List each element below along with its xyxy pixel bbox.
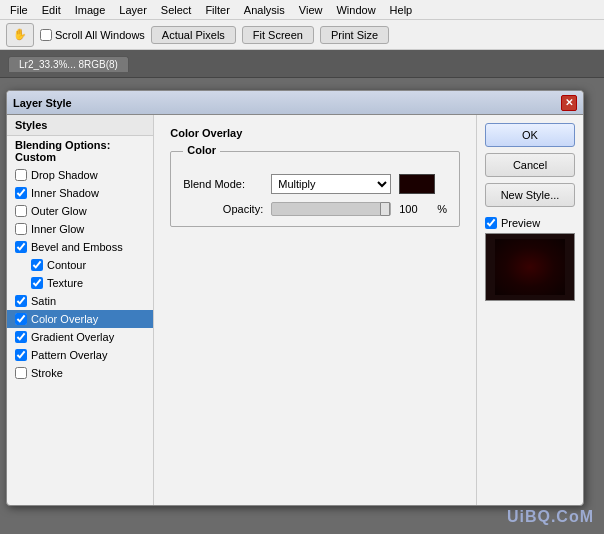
menu-window[interactable]: Window bbox=[330, 3, 381, 17]
inner-shadow-item[interactable]: Inner Shadow bbox=[7, 184, 153, 202]
blending-options-label: Blending Options: Custom bbox=[15, 139, 145, 163]
pattern-overlay-label: Pattern Overlay bbox=[31, 349, 107, 361]
stroke-item[interactable]: Stroke bbox=[7, 364, 153, 382]
cancel-button[interactable]: Cancel bbox=[485, 153, 575, 177]
color-group-title: Color bbox=[183, 144, 220, 156]
drop-shadow-label: Drop Shadow bbox=[31, 169, 98, 181]
close-button[interactable]: ✕ bbox=[561, 95, 577, 111]
opacity-label: Opacity: bbox=[183, 203, 263, 215]
ok-button[interactable]: OK bbox=[485, 123, 575, 147]
section-title: Color Overlay bbox=[170, 127, 460, 141]
contour-checkbox[interactable] bbox=[31, 259, 43, 271]
preview-checkbox[interactable] bbox=[485, 217, 497, 229]
preview-section: Preview bbox=[485, 217, 575, 301]
texture-item[interactable]: Texture bbox=[7, 274, 153, 292]
menu-filter[interactable]: Filter bbox=[199, 3, 235, 17]
pattern-overlay-item[interactable]: Pattern Overlay bbox=[7, 346, 153, 364]
inner-glow-label: Inner Glow bbox=[31, 223, 84, 235]
dialog-title: Layer Style bbox=[13, 97, 72, 109]
color-swatch[interactable] bbox=[399, 174, 435, 194]
main-area: Layer Style ✕ Styles Blending Options: C… bbox=[0, 78, 604, 534]
preview-label: Preview bbox=[501, 217, 540, 229]
opacity-row: Opacity: 100 % bbox=[183, 202, 447, 216]
satin-label: Satin bbox=[31, 295, 56, 307]
outer-glow-checkbox[interactable] bbox=[15, 205, 27, 217]
gradient-overlay-item[interactable]: Gradient Overlay bbox=[7, 328, 153, 346]
drop-shadow-item[interactable]: Drop Shadow bbox=[7, 166, 153, 184]
pattern-overlay-checkbox[interactable] bbox=[15, 349, 27, 361]
canvas-tab-label: Lr2_33.3%... 8RGB(8) bbox=[19, 59, 118, 70]
stroke-checkbox[interactable] bbox=[15, 367, 27, 379]
new-style-button[interactable]: New Style... bbox=[485, 183, 575, 207]
inner-shadow-label: Inner Shadow bbox=[31, 187, 99, 199]
blend-mode-select[interactable]: Normal Dissolve Darken Multiply Color Bu… bbox=[271, 174, 391, 194]
layer-style-dialog: Layer Style ✕ Styles Blending Options: C… bbox=[6, 90, 584, 506]
opacity-slider[interactable] bbox=[271, 202, 391, 216]
blend-mode-row: Blend Mode: Normal Dissolve Darken Multi… bbox=[183, 174, 447, 194]
outer-glow-item[interactable]: Outer Glow bbox=[7, 202, 153, 220]
preview-label-row: Preview bbox=[485, 217, 540, 229]
scroll-all-windows-label: Scroll All Windows bbox=[55, 29, 145, 41]
menu-file[interactable]: File bbox=[4, 3, 34, 17]
color-group: Color Blend Mode: Normal Dissolve Darken… bbox=[170, 151, 460, 227]
watermark: UiBQ.CoM bbox=[507, 508, 594, 526]
opacity-percent: % bbox=[437, 203, 447, 215]
menu-bar: File Edit Image Layer Select Filter Anal… bbox=[0, 0, 604, 20]
content-area: Color Overlay Color Blend Mode: Normal D… bbox=[154, 115, 476, 505]
hand-tool-button[interactable]: ✋ bbox=[6, 23, 34, 47]
inner-glow-item[interactable]: Inner Glow bbox=[7, 220, 153, 238]
blending-options-item[interactable]: Blending Options: Custom bbox=[7, 136, 153, 166]
bevel-emboss-checkbox[interactable] bbox=[15, 241, 27, 253]
menu-select[interactable]: Select bbox=[155, 3, 198, 17]
color-overlay-item[interactable]: Color Overlay bbox=[7, 310, 153, 328]
canvas-tab-bar: Lr2_33.3%... 8RGB(8) bbox=[0, 50, 604, 78]
hand-icon: ✋ bbox=[13, 28, 27, 41]
styles-panel-header: Styles bbox=[7, 115, 153, 136]
toolbar: ✋ Scroll All Windows Actual Pixels Fit S… bbox=[0, 20, 604, 50]
inner-shadow-checkbox[interactable] bbox=[15, 187, 27, 199]
dialog-titlebar: Layer Style ✕ bbox=[7, 91, 583, 115]
color-overlay-label: Color Overlay bbox=[31, 313, 98, 325]
outer-glow-label: Outer Glow bbox=[31, 205, 87, 217]
inner-glow-checkbox[interactable] bbox=[15, 223, 27, 235]
contour-item[interactable]: Contour bbox=[7, 256, 153, 274]
canvas-tab[interactable]: Lr2_33.3%... 8RGB(8) bbox=[8, 56, 129, 72]
satin-checkbox[interactable] bbox=[15, 295, 27, 307]
menu-help[interactable]: Help bbox=[384, 3, 419, 17]
menu-view[interactable]: View bbox=[293, 3, 329, 17]
stroke-label: Stroke bbox=[31, 367, 63, 379]
gradient-overlay-label: Gradient Overlay bbox=[31, 331, 114, 343]
drop-shadow-checkbox[interactable] bbox=[15, 169, 27, 181]
color-overlay-checkbox[interactable] bbox=[15, 313, 27, 325]
blend-mode-label: Blend Mode: bbox=[183, 178, 263, 190]
preview-inner bbox=[495, 239, 565, 295]
fit-screen-button[interactable]: Fit Screen bbox=[242, 26, 314, 44]
bevel-emboss-label: Bevel and Emboss bbox=[31, 241, 123, 253]
menu-image[interactable]: Image bbox=[69, 3, 112, 17]
menu-analysis[interactable]: Analysis bbox=[238, 3, 291, 17]
dialog-body: Styles Blending Options: Custom Drop Sha… bbox=[7, 115, 583, 505]
texture-checkbox[interactable] bbox=[31, 277, 43, 289]
print-size-button[interactable]: Print Size bbox=[320, 26, 389, 44]
menu-edit[interactable]: Edit bbox=[36, 3, 67, 17]
opacity-value: 100 bbox=[399, 203, 429, 215]
styles-panel: Styles Blending Options: Custom Drop Sha… bbox=[7, 115, 154, 505]
actual-pixels-button[interactable]: Actual Pixels bbox=[151, 26, 236, 44]
scroll-all-windows-checkbox[interactable] bbox=[40, 29, 52, 41]
texture-label: Texture bbox=[47, 277, 83, 289]
scroll-all-windows-checkbox-group: Scroll All Windows bbox=[40, 29, 145, 41]
right-panel: OK Cancel New Style... Preview bbox=[476, 115, 583, 505]
satin-item[interactable]: Satin bbox=[7, 292, 153, 310]
bevel-emboss-item[interactable]: Bevel and Emboss bbox=[7, 238, 153, 256]
gradient-overlay-checkbox[interactable] bbox=[15, 331, 27, 343]
preview-box bbox=[485, 233, 575, 301]
menu-layer[interactable]: Layer bbox=[113, 3, 153, 17]
contour-label: Contour bbox=[47, 259, 86, 271]
